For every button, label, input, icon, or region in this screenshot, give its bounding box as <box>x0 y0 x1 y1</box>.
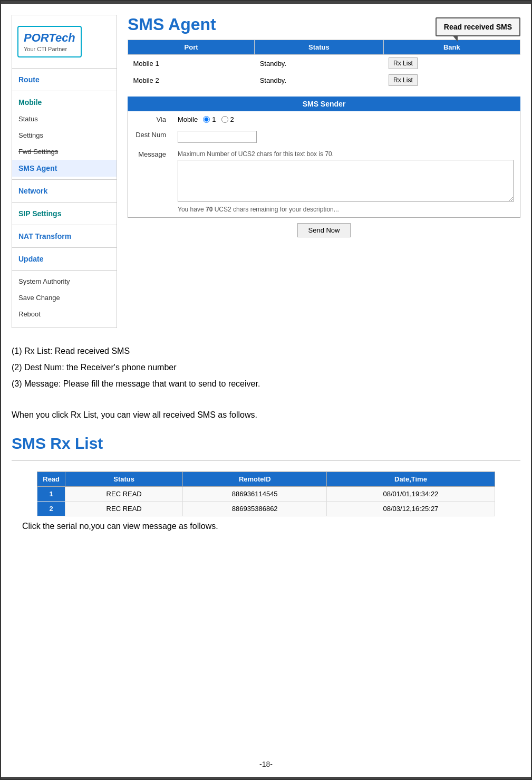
desc-line-2: (2) Dest Num: the Receiver's phone numbe… <box>12 360 520 374</box>
sidebar-item-settings[interactable]: Settings <box>12 127 117 143</box>
sidebar-item-sip-settings[interactable]: SIP Settings <box>12 205 117 222</box>
table-row: Mobile 1 Standby. Rx List <box>128 55 520 72</box>
sidebar-item-update[interactable]: Update <box>12 251 117 267</box>
port-table: Port Status Bank Mobile 1 Standby. Rx Li… <box>128 40 520 89</box>
message-textarea[interactable] <box>178 160 514 202</box>
sidebar-item-save-change[interactable]: Save Change <box>12 290 117 306</box>
bank-header: Bank <box>383 40 520 55</box>
sidebar-divider-top <box>12 68 117 69</box>
status-cell-1: Standby. <box>255 55 383 72</box>
sidebar-divider-1 <box>12 91 117 91</box>
dest-num-label: Dest Num <box>129 128 171 146</box>
bank-cell-1: Rx List <box>383 55 520 72</box>
bank-cell-2: Rx List <box>383 72 520 89</box>
logo-tech: Tech <box>49 31 75 44</box>
table-row: 1 REC READ 886936114545 08/01/01,19:34:2… <box>37 486 495 501</box>
desc-line-1: (1) Rx List: Read received SMS <box>12 344 520 358</box>
max-chars-note: Maximum Number of UCS2 chars for this te… <box>178 150 514 158</box>
row-no-2[interactable]: 2 <box>37 501 65 516</box>
send-now-button[interactable]: Send Now <box>297 223 351 237</box>
read-sms-bubble: Read received SMS <box>436 17 520 36</box>
logo-area: PORTech Your CTI Partner <box>12 21 117 63</box>
radio-mobile-1[interactable] <box>203 116 210 123</box>
read-header: Read <box>37 471 65 486</box>
content-area: SMS Agent Read received SMS Port Status … <box>128 15 520 328</box>
radio-option-2[interactable]: 2 <box>221 115 234 123</box>
horizontal-divider <box>12 460 520 461</box>
page-number: -18- <box>1 760 531 768</box>
via-row: Via Mobile 1 2 <box>129 112 519 127</box>
row-remoteid-1: 886936114545 <box>183 486 327 501</box>
desc-line-3: (3) Message: Please fill the message tha… <box>12 377 520 391</box>
row-datetime-1: 08/01/01,19:34:22 <box>327 486 495 501</box>
sms-agent-title: SMS Agent <box>128 15 216 34</box>
message-label: Message <box>129 147 171 216</box>
row-status-1: REC READ <box>65 486 183 501</box>
port-header: Port <box>128 40 255 55</box>
sidebar-divider-6 <box>12 270 117 271</box>
sms-sender-header: SMS Sender <box>128 97 520 111</box>
sms-rx-title: SMS Rx List <box>12 435 520 452</box>
sidebar-item-mobile[interactable]: Mobile <box>12 94 117 111</box>
sidebar-item-nat-transform[interactable]: NAT Transform <box>12 228 117 245</box>
row-datetime-2: 08/03/12,16:25:27 <box>327 501 495 516</box>
rx-list-table: Read Status RemoteID Date,Time 1 REC REA… <box>37 471 495 516</box>
dest-num-input-cell <box>172 128 519 146</box>
message-row: Message Maximum Number of UCS2 chars for… <box>129 147 519 216</box>
rx-list-button-1[interactable]: Rx List <box>389 57 418 69</box>
dest-num-input[interactable] <box>178 131 257 143</box>
description-section: (1) Rx List: Read received SMS (2) Dest … <box>1 339 531 429</box>
status-cell-2: Standby. <box>255 72 383 89</box>
sidebar-item-network[interactable]: Network <box>12 182 117 199</box>
logo-subtitle: Your CTI Partner <box>24 46 75 52</box>
sms-rx-section: SMS Rx List Read Status RemoteID Date,Ti… <box>1 429 531 536</box>
dest-num-row: Dest Num <box>129 128 519 146</box>
table-row: Mobile 2 Standby. Rx List <box>128 72 520 89</box>
mobile-radio-group: Mobile 1 2 <box>178 115 514 123</box>
sms-sender-table: Via Mobile 1 2 Dest Num <box>128 111 520 218</box>
mobile-label: Mobile <box>178 115 198 123</box>
sidebar-divider-4 <box>12 225 117 225</box>
remaining-note: You have 70 UCS2 chars remaining for you… <box>178 206 514 213</box>
row-remoteid-2: 886935386862 <box>183 501 327 516</box>
sidebar-item-route[interactable]: Route <box>12 71 117 88</box>
click-note: Click the serial no,you can view message… <box>12 522 520 531</box>
sidebar-item-system-authority[interactable]: System Authority <box>12 273 117 290</box>
when-note: When you click Rx List, you can view all… <box>12 408 520 422</box>
logo-port: POR <box>24 31 49 44</box>
row-status-2: REC READ <box>65 501 183 516</box>
via-label: Via <box>129 112 171 127</box>
status-header-rx: Status <box>65 471 183 486</box>
radio-option-1[interactable]: 1 <box>203 115 216 123</box>
sidebar-divider-5 <box>12 247 117 248</box>
sidebar: PORTech Your CTI Partner Route Mobile St… <box>12 15 117 328</box>
port-cell-1: Mobile 1 <box>128 55 255 72</box>
sms-agent-header: SMS Agent Read received SMS <box>128 15 520 34</box>
via-options: Mobile 1 2 <box>172 112 519 127</box>
sidebar-item-status[interactable]: Status <box>12 111 117 127</box>
rx-table-header-row: Read Status RemoteID Date,Time <box>37 471 495 486</box>
sidebar-item-fwd-settings[interactable]: Fwd Settings <box>12 143 117 160</box>
sidebar-divider-3 <box>12 202 117 203</box>
sidebar-item-reboot[interactable]: Reboot <box>12 306 117 322</box>
logo-text: PORTech <box>24 31 75 45</box>
logo-box: PORTech Your CTI Partner <box>17 26 82 57</box>
sidebar-divider-2 <box>12 179 117 180</box>
status-header: Status <box>255 40 383 55</box>
table-row: 2 REC READ 886935386862 08/03/12,16:25:2… <box>37 501 495 516</box>
row-no-1[interactable]: 1 <box>37 486 65 501</box>
remoteid-header: RemoteID <box>183 471 327 486</box>
message-input-cell: Maximum Number of UCS2 chars for this te… <box>172 147 519 216</box>
bottom-border <box>1 777 531 779</box>
port-cell-2: Mobile 2 <box>128 72 255 89</box>
sidebar-item-sms-agent[interactable]: SMS Agent <box>12 160 117 177</box>
datetime-header: Date,Time <box>327 471 495 486</box>
radio-mobile-2[interactable] <box>221 116 228 123</box>
rx-list-button-2[interactable]: Rx List <box>389 74 418 86</box>
